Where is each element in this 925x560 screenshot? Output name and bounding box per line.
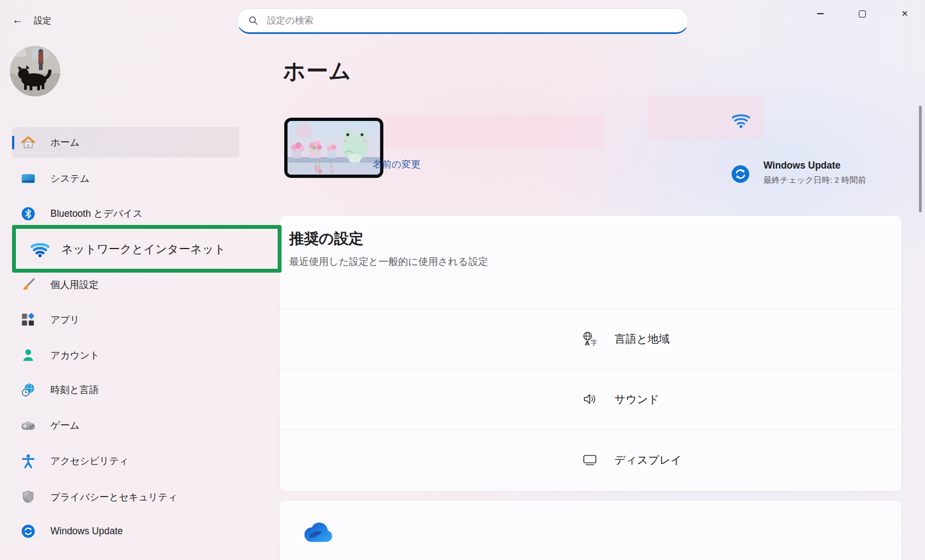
sidebar-item-label: Bluetooth とデバイス bbox=[50, 207, 142, 220]
sidebar-item-label: ホーム bbox=[50, 136, 79, 149]
personalization-brush-icon bbox=[20, 276, 36, 293]
frog-wallpaper bbox=[288, 121, 380, 175]
back-button[interactable]: ← bbox=[9, 11, 26, 28]
svg-text:A: A bbox=[585, 340, 590, 347]
account-person-icon bbox=[20, 347, 36, 363]
row-label: サウンド bbox=[614, 392, 659, 407]
sidebar-item-label: ゲーム bbox=[50, 419, 79, 432]
wifi-status-icon bbox=[731, 111, 751, 132]
sidebar-item-label: 個人用設定 bbox=[50, 278, 99, 291]
sidebar-item-label: Windows Update bbox=[50, 526, 123, 537]
sidebar-item-label: アプリ bbox=[50, 313, 80, 326]
search-icon bbox=[249, 16, 258, 25]
cloud-storage-card bbox=[279, 500, 902, 560]
row-sound[interactable]: サウンド › bbox=[279, 369, 902, 429]
svg-text:字: 字 bbox=[590, 339, 597, 347]
close-icon: ✕ bbox=[901, 9, 909, 19]
onedrive-cloud-icon bbox=[304, 521, 334, 546]
minimize-icon bbox=[817, 13, 824, 14]
sidebar-item-accounts[interactable]: アカウント bbox=[0, 340, 263, 371]
accessibility-icon bbox=[20, 453, 36, 469]
sidebar-item-apps[interactable]: アプリ bbox=[0, 304, 263, 335]
minimize-button[interactable] bbox=[804, 0, 837, 27]
sidebar-item-gaming[interactable]: ゲーム bbox=[0, 410, 263, 441]
row-label: 言語と地域 bbox=[614, 332, 669, 347]
sidebar-item-label: プライバシーとセキュリティ bbox=[50, 490, 177, 504]
device-thumbnail bbox=[284, 118, 383, 178]
annotation-highlight-box bbox=[12, 225, 281, 273]
rename-device-link[interactable]: 名前の変更 bbox=[372, 158, 421, 171]
black-cat-photo bbox=[10, 46, 60, 96]
recommended-settings-title: 推奨の設定 bbox=[289, 229, 364, 249]
windows-update-status-icon bbox=[731, 164, 750, 186]
sidebar-item-label: アカウント bbox=[50, 349, 100, 362]
system-icon bbox=[20, 170, 36, 187]
sidebar-item-time-language[interactable]: 時刻と言語 bbox=[0, 374, 263, 405]
windows-update-status-title[interactable]: Windows Update bbox=[763, 160, 841, 171]
sidebar-item-system[interactable]: システム bbox=[0, 163, 263, 194]
windows-update-last-checked: 最終チェック日時: 2 時間前 bbox=[763, 175, 866, 186]
sidebar-item-bluetooth[interactable]: Bluetooth とデバイス bbox=[0, 198, 263, 229]
bluetooth-icon bbox=[20, 205, 36, 222]
recommended-settings-subtitle: 最近使用した設定と一般的に使用される設定 bbox=[289, 255, 488, 268]
apps-icon bbox=[20, 311, 36, 328]
home-icon bbox=[20, 134, 36, 151]
maximize-button[interactable] bbox=[846, 0, 878, 27]
avatar[interactable] bbox=[10, 46, 60, 96]
sidebar-item-windows-update[interactable]: Windows Update bbox=[0, 516, 263, 546]
maximize-icon bbox=[859, 10, 866, 18]
row-language-region[interactable]: A 字 言語と地域 › bbox=[279, 309, 902, 369]
display-monitor-icon bbox=[582, 452, 598, 468]
search-input[interactable] bbox=[266, 15, 679, 27]
time-language-globe-icon bbox=[20, 382, 36, 398]
update-icon bbox=[20, 523, 36, 539]
sound-speaker-icon bbox=[582, 391, 598, 407]
language-region-icon: A 字 bbox=[582, 331, 598, 347]
row-label: ディスプレイ bbox=[614, 453, 682, 467]
gamepad-icon bbox=[20, 417, 36, 434]
sidebar-item-home[interactable]: ホーム bbox=[0, 127, 263, 158]
scrollbar-thumb[interactable] bbox=[919, 106, 922, 212]
settings-search-box[interactable] bbox=[237, 8, 688, 34]
app-title: 設定 bbox=[34, 15, 51, 27]
sidebar-item-privacy[interactable]: プライバシーとセキュリティ bbox=[0, 482, 263, 512]
sidebar-item-accessibility[interactable]: アクセシビリティ bbox=[0, 446, 263, 476]
page-title: ホーム bbox=[283, 56, 352, 86]
close-button[interactable]: ✕ bbox=[888, 0, 921, 27]
row-display[interactable]: ディスプレイ › bbox=[279, 430, 902, 490]
sidebar-item-label: システム bbox=[50, 172, 90, 185]
sidebar-item-label: 時刻と言語 bbox=[50, 383, 99, 396]
redacted-device-name-patch bbox=[366, 115, 605, 148]
sidebar-item-label: アクセシビリティ bbox=[50, 454, 129, 467]
shield-icon bbox=[20, 489, 36, 505]
sidebar-item-personalization[interactable]: 個人用設定 bbox=[0, 269, 263, 300]
